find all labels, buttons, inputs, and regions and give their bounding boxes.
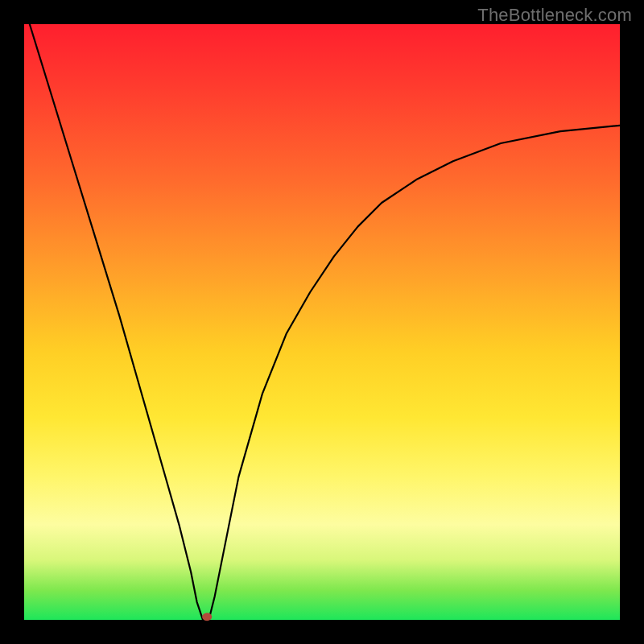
curve-layer xyxy=(24,24,620,620)
notch-marker xyxy=(202,613,212,621)
bottleneck-curve xyxy=(24,6,620,620)
plot-area xyxy=(24,24,620,620)
watermark-text: TheBottleneck.com xyxy=(477,5,632,26)
chart-container: TheBottleneck.com xyxy=(0,0,644,644)
